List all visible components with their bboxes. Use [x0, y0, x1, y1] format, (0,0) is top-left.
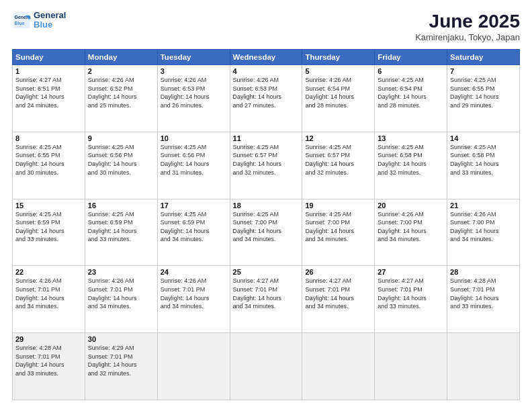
day-cell: 27Sunrise: 4:27 AM Sunset: 7:01 PM Dayli… [375, 266, 447, 333]
day-cell: 25Sunrise: 4:27 AM Sunset: 7:01 PM Dayli… [230, 266, 302, 333]
day-number: 25 [233, 268, 300, 276]
week-row-2: 15Sunrise: 4:25 AM Sunset: 6:59 PM Dayli… [13, 199, 520, 266]
day-number: 2 [88, 67, 154, 75]
day-cell: 13Sunrise: 4:25 AM Sunset: 6:58 PM Dayli… [375, 132, 447, 199]
day-info: Sunrise: 4:26 AM Sunset: 7:01 PM Dayligh… [88, 277, 154, 310]
day-cell: 26Sunrise: 4:27 AM Sunset: 7:01 PM Dayli… [302, 266, 375, 333]
logo-icon: General Blue [12, 11, 31, 30]
day-number: 3 [161, 67, 227, 75]
day-info: Sunrise: 4:25 AM Sunset: 6:55 PM Dayligh… [450, 76, 517, 109]
day-info: Sunrise: 4:28 AM Sunset: 7:01 PM Dayligh… [15, 344, 82, 377]
day-info: Sunrise: 4:25 AM Sunset: 7:00 PM Dayligh… [305, 210, 371, 244]
subtitle: Kamirenjaku, Tokyo, Japan [415, 32, 520, 42]
day-cell [447, 333, 520, 400]
day-info: Sunrise: 4:27 AM Sunset: 7:01 PM Dayligh… [233, 277, 300, 310]
day-cell: 18Sunrise: 4:25 AM Sunset: 7:00 PM Dayli… [230, 199, 302, 266]
day-number: 14 [450, 134, 517, 142]
day-info: Sunrise: 4:27 AM Sunset: 7:01 PM Dayligh… [378, 277, 444, 310]
calendar: SundayMondayTuesdayWednesdayThursdayFrid… [12, 49, 520, 400]
week-row-1: 8Sunrise: 4:25 AM Sunset: 6:55 PM Daylig… [13, 132, 520, 199]
day-number: 18 [233, 201, 300, 210]
day-info: Sunrise: 4:25 AM Sunset: 7:00 PM Dayligh… [233, 210, 300, 244]
day-number: 6 [378, 67, 444, 75]
day-info: Sunrise: 4:26 AM Sunset: 7:00 PM Dayligh… [378, 210, 444, 244]
day-number: 22 [15, 268, 82, 276]
calendar-header: SundayMondayTuesdayWednesdayThursdayFrid… [13, 50, 520, 65]
day-cell: 9Sunrise: 4:25 AM Sunset: 6:56 PM Daylig… [85, 132, 157, 199]
day-number: 19 [305, 201, 371, 210]
day-number: 1 [15, 67, 82, 75]
day-cell: 30Sunrise: 4:29 AM Sunset: 7:01 PM Dayli… [85, 333, 157, 400]
col-header-wednesday: Wednesday [230, 50, 302, 65]
day-info: Sunrise: 4:26 AM Sunset: 7:00 PM Dayligh… [450, 210, 517, 244]
day-number: 4 [233, 67, 300, 75]
col-header-thursday: Thursday [302, 50, 375, 65]
day-number: 10 [161, 134, 227, 142]
day-number: 30 [88, 335, 154, 343]
day-info: Sunrise: 4:25 AM Sunset: 6:56 PM Dayligh… [161, 143, 227, 177]
day-number: 15 [15, 201, 82, 210]
svg-text:Blue: Blue [15, 21, 25, 26]
day-cell: 2Sunrise: 4:26 AM Sunset: 6:52 PM Daylig… [85, 65, 157, 132]
header-row: SundayMondayTuesdayWednesdayThursdayFrid… [13, 50, 520, 65]
day-cell: 21Sunrise: 4:26 AM Sunset: 7:00 PM Dayli… [447, 199, 520, 266]
day-cell: 7Sunrise: 4:25 AM Sunset: 6:55 PM Daylig… [447, 65, 520, 132]
title-block: June 2025 Kamirenjaku, Tokyo, Japan [415, 11, 520, 42]
day-cell: 3Sunrise: 4:26 AM Sunset: 6:53 PM Daylig… [157, 65, 230, 132]
col-header-monday: Monday [85, 50, 157, 65]
day-info: Sunrise: 4:25 AM Sunset: 6:59 PM Dayligh… [15, 210, 82, 244]
day-info: Sunrise: 4:25 AM Sunset: 6:57 PM Dayligh… [233, 143, 300, 177]
day-info: Sunrise: 4:25 AM Sunset: 6:59 PM Dayligh… [88, 210, 154, 244]
day-number: 26 [305, 268, 371, 276]
day-info: Sunrise: 4:25 AM Sunset: 6:58 PM Dayligh… [450, 143, 517, 177]
day-number: 28 [450, 268, 517, 276]
day-info: Sunrise: 4:26 AM Sunset: 7:01 PM Dayligh… [161, 277, 227, 310]
day-cell: 19Sunrise: 4:25 AM Sunset: 7:00 PM Dayli… [302, 199, 375, 266]
day-info: Sunrise: 4:25 AM Sunset: 6:55 PM Dayligh… [15, 143, 82, 177]
day-number: 8 [15, 134, 82, 142]
day-info: Sunrise: 4:26 AM Sunset: 6:54 PM Dayligh… [305, 76, 371, 109]
day-cell: 14Sunrise: 4:25 AM Sunset: 6:58 PM Dayli… [447, 132, 520, 199]
week-row-3: 22Sunrise: 4:26 AM Sunset: 7:01 PM Dayli… [13, 266, 520, 333]
day-cell [375, 333, 447, 400]
logo: General Blue General Blue [12, 11, 66, 30]
day-info: Sunrise: 4:25 AM Sunset: 6:59 PM Dayligh… [161, 210, 227, 244]
day-number: 23 [88, 268, 154, 276]
col-header-sunday: Sunday [13, 50, 85, 65]
day-info: Sunrise: 4:25 AM Sunset: 6:57 PM Dayligh… [305, 143, 371, 177]
col-header-saturday: Saturday [447, 50, 520, 65]
day-cell: 22Sunrise: 4:26 AM Sunset: 7:01 PM Dayli… [13, 266, 85, 333]
day-number: 5 [305, 67, 371, 75]
day-cell [302, 333, 375, 400]
day-cell: 28Sunrise: 4:28 AM Sunset: 7:01 PM Dayli… [447, 266, 520, 333]
day-cell [230, 333, 302, 400]
day-cell: 4Sunrise: 4:26 AM Sunset: 6:53 PM Daylig… [230, 65, 302, 132]
day-info: Sunrise: 4:25 AM Sunset: 6:54 PM Dayligh… [378, 76, 444, 109]
day-info: Sunrise: 4:25 AM Sunset: 6:56 PM Dayligh… [88, 143, 154, 177]
day-number: 16 [88, 201, 154, 210]
day-info: Sunrise: 4:26 AM Sunset: 6:53 PM Dayligh… [233, 76, 300, 109]
day-number: 11 [233, 134, 300, 142]
day-info: Sunrise: 4:27 AM Sunset: 7:01 PM Dayligh… [305, 277, 371, 310]
main-title: June 2025 [415, 11, 520, 32]
day-info: Sunrise: 4:28 AM Sunset: 7:01 PM Dayligh… [450, 277, 517, 310]
day-cell [157, 333, 230, 400]
day-number: 13 [378, 134, 444, 142]
day-cell: 11Sunrise: 4:25 AM Sunset: 6:57 PM Dayli… [230, 132, 302, 199]
day-number: 12 [305, 134, 371, 142]
day-number: 9 [88, 134, 154, 142]
day-number: 17 [161, 201, 227, 210]
day-cell: 12Sunrise: 4:25 AM Sunset: 6:57 PM Dayli… [302, 132, 375, 199]
col-header-friday: Friday [375, 50, 447, 65]
day-info: Sunrise: 4:26 AM Sunset: 7:01 PM Dayligh… [15, 277, 82, 310]
week-row-0: 1Sunrise: 4:27 AM Sunset: 6:51 PM Daylig… [13, 65, 520, 132]
week-row-4: 29Sunrise: 4:28 AM Sunset: 7:01 PM Dayli… [13, 333, 520, 400]
day-cell: 23Sunrise: 4:26 AM Sunset: 7:01 PM Dayli… [85, 266, 157, 333]
day-cell: 5Sunrise: 4:26 AM Sunset: 6:54 PM Daylig… [302, 65, 375, 132]
day-number: 21 [450, 201, 517, 210]
logo-text: General Blue [34, 11, 66, 30]
day-number: 7 [450, 67, 517, 75]
day-number: 27 [378, 268, 444, 276]
day-cell: 8Sunrise: 4:25 AM Sunset: 6:55 PM Daylig… [13, 132, 85, 199]
day-cell: 29Sunrise: 4:28 AM Sunset: 7:01 PM Dayli… [13, 333, 85, 400]
